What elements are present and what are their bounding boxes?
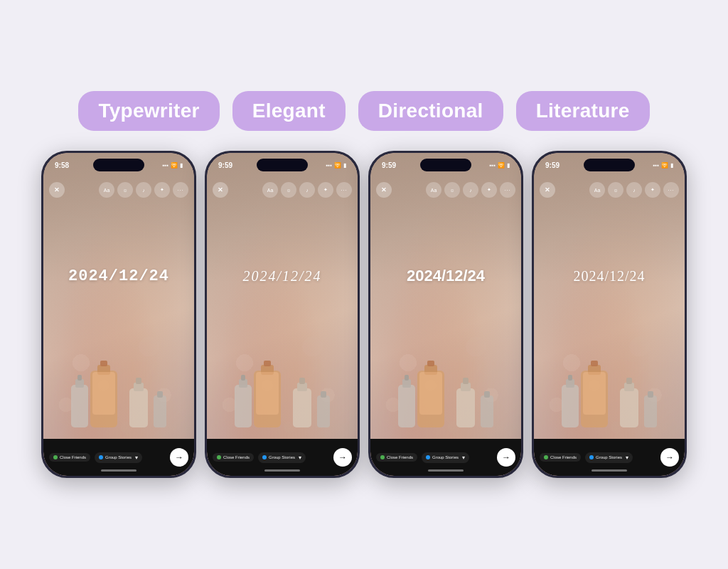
- svg-rect-3: [92, 372, 115, 415]
- text-btn-1[interactable]: Aa: [99, 182, 114, 198]
- sparkle-btn-4[interactable]: ✦: [645, 182, 660, 198]
- label-literature[interactable]: Literature: [516, 91, 650, 131]
- group-stories-pill-1[interactable]: Group Stories ▾: [95, 452, 142, 463]
- svg-rect-11: [157, 391, 163, 398]
- blue-dot-1: [99, 455, 103, 459]
- home-indicator-2: [264, 469, 300, 472]
- screen-typewriter: 9:58 ▪▪▪ 🛜 ▮ ✕ Aa ☺ ♪ ✦ ··· 2024: [43, 153, 194, 476]
- label-directional[interactable]: Directional: [358, 91, 503, 131]
- label-elegant[interactable]: Elegant: [232, 91, 346, 131]
- toolbar-1: ✕ Aa ☺ ♪ ✦ ···: [43, 179, 194, 201]
- signal-icon-2: ▪▪▪: [326, 162, 332, 169]
- group-stories-label-2: Group Stories: [269, 455, 295, 459]
- green-dot-2: [217, 455, 221, 459]
- dynamic-island-2: [257, 159, 308, 171]
- text-btn-4[interactable]: Aa: [589, 182, 605, 198]
- sticker-btn-3[interactable]: ☺: [444, 182, 460, 198]
- chevron-1: ▾: [135, 454, 138, 461]
- close-friends-pill-4[interactable]: Close Friends: [540, 453, 581, 462]
- close-btn-4[interactable]: ✕: [540, 182, 555, 198]
- svg-rect-28: [398, 385, 415, 427]
- close-friends-label-3: Close Friends: [387, 455, 413, 459]
- svg-rect-15: [256, 372, 279, 415]
- svg-rect-35: [484, 391, 490, 398]
- group-stories-label-4: Group Stories: [596, 455, 622, 459]
- send-arrow-2[interactable]: →: [333, 448, 352, 467]
- group-stories-pill-3[interactable]: Group Stories ▾: [422, 452, 469, 463]
- sparkle-btn-2[interactable]: ✦: [318, 182, 333, 198]
- screen-literature: 9:59 ▪▪▪ 🛜 ▮ ✕ Aa ☺ ♪ ✦ ··· 2024/12/24: [534, 153, 685, 476]
- close-btn-2[interactable]: ✕: [213, 182, 228, 198]
- home-indicator-1: [101, 469, 136, 472]
- date-typewriter: 2024/12/24: [68, 267, 169, 284]
- send-arrow-3[interactable]: →: [497, 448, 515, 467]
- svg-rect-2: [100, 361, 107, 366]
- sticker-btn-2[interactable]: ☺: [281, 182, 296, 198]
- green-dot-3: [380, 455, 385, 459]
- more-btn-4[interactable]: ···: [663, 182, 679, 198]
- status-icons-2: ▪▪▪ 🛜 ▮: [326, 162, 346, 169]
- close-btn-1[interactable]: ✕: [49, 182, 65, 198]
- wifi-icon-1: 🛜: [171, 162, 178, 169]
- bottom-left-3: Close Friends Group Stories ▾: [376, 452, 469, 463]
- labels-row: Typewriter Elegant Directional Literatur…: [78, 91, 649, 131]
- toolbar-right-1: Aa ☺ ♪ ✦ ···: [99, 182, 188, 198]
- dynamic-island-1: [93, 159, 144, 171]
- toolbar-right-2: Aa ☺ ♪ ✦ ···: [262, 182, 352, 198]
- send-arrow-1[interactable]: →: [170, 448, 188, 467]
- group-stories-label-3: Group Stories: [432, 455, 459, 459]
- music-btn-3[interactable]: ♪: [463, 182, 478, 198]
- toolbar-right-4: Aa ☺ ♪ ✦ ···: [589, 182, 679, 198]
- svg-rect-38: [591, 361, 598, 366]
- blue-dot-4: [589, 455, 594, 459]
- blue-dot-3: [426, 455, 430, 459]
- music-btn-4[interactable]: ♪: [626, 182, 642, 198]
- sticker-btn-4[interactable]: ☺: [608, 182, 623, 198]
- chevron-3: ▾: [462, 454, 465, 461]
- svg-rect-45: [626, 378, 632, 384]
- more-btn-3[interactable]: ···: [500, 182, 515, 198]
- svg-rect-40: [562, 385, 579, 427]
- close-friends-pill-2[interactable]: Close Friends: [213, 453, 254, 462]
- toolbar-2: ✕ Aa ☺ ♪ ✦ ···: [207, 179, 358, 201]
- text-btn-2[interactable]: Aa: [262, 182, 278, 198]
- sticker-btn-1[interactable]: ☺: [117, 182, 133, 198]
- group-stories-pill-2[interactable]: Group Stories ▾: [258, 452, 306, 463]
- label-typewriter[interactable]: Typewriter: [78, 91, 219, 131]
- text-btn-3[interactable]: Aa: [426, 182, 441, 198]
- signal-icon-1: ▪▪▪: [162, 162, 168, 169]
- signal-icon-3: ▪▪▪: [489, 162, 496, 169]
- status-icons-3: ▪▪▪ 🛜 ▮: [489, 162, 510, 169]
- phone-typewriter: 9:58 ▪▪▪ 🛜 ▮ ✕ Aa ☺ ♪ ✦ ··· 2024: [41, 151, 196, 478]
- music-btn-2[interactable]: ♪: [299, 182, 315, 198]
- send-arrow-4[interactable]: →: [660, 448, 679, 467]
- svg-rect-34: [481, 395, 493, 427]
- svg-rect-9: [136, 378, 141, 384]
- group-stories-pill-4[interactable]: Group Stories ▾: [585, 452, 633, 463]
- chevron-4: ▾: [626, 454, 628, 461]
- more-btn-1[interactable]: ···: [173, 182, 188, 198]
- group-stories-label-1: Group Stories: [105, 455, 132, 459]
- home-indicator-3: [428, 469, 464, 472]
- dynamic-island-3: [420, 159, 471, 171]
- close-friends-pill-3[interactable]: Close Friends: [376, 453, 417, 462]
- blue-dot-2: [262, 455, 267, 459]
- close-btn-3[interactable]: ✕: [376, 182, 392, 198]
- svg-rect-27: [419, 372, 442, 415]
- bottles-4: [534, 349, 685, 442]
- svg-rect-10: [154, 395, 166, 427]
- sparkle-btn-3[interactable]: ✦: [481, 182, 497, 198]
- music-btn-1[interactable]: ♪: [136, 182, 151, 198]
- green-dot-4: [544, 455, 548, 459]
- toolbar-3: ✕ Aa ☺ ♪ ✦ ···: [370, 179, 521, 201]
- more-btn-2[interactable]: ···: [336, 182, 352, 198]
- wifi-icon-4: 🛜: [661, 162, 668, 169]
- svg-rect-42: [568, 375, 572, 381]
- sparkle-btn-1[interactable]: ✦: [154, 182, 170, 198]
- bottom-left-2: Close Friends Group Stories ▾: [213, 452, 306, 463]
- svg-rect-22: [317, 395, 330, 427]
- bottles-1: [43, 349, 194, 442]
- status-time-1: 9:58: [55, 161, 69, 169]
- green-dot-1: [53, 455, 58, 459]
- close-friends-pill-1[interactable]: Close Friends: [49, 453, 90, 462]
